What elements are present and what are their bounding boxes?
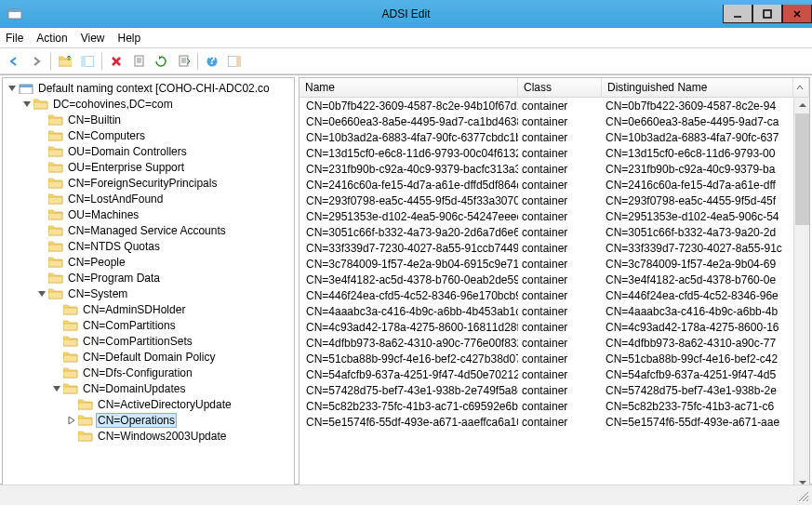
list-row[interactable]: CN=2416c60a-fe15-4d7a-a61e-dffd5df864d3c… <box>300 177 809 193</box>
column-dn[interactable]: Distinguished Name <box>602 78 793 97</box>
scroll-up-icon[interactable] <box>795 98 809 113</box>
maximize-button[interactable] <box>752 5 782 23</box>
folder-icon <box>48 193 63 205</box>
list-row[interactable]: CN=5c82b233-75fc-41b3-ac71-c69592e6bf15c… <box>300 398 809 414</box>
resize-grip-icon[interactable] <box>797 490 810 503</box>
twisty-open-icon[interactable] <box>21 99 32 109</box>
list-row[interactable]: CN=3051c66f-b332-4a73-9a20-2d6a7d6e6a1cc… <box>300 224 809 240</box>
row-class: container <box>518 368 602 381</box>
tree-item[interactable]: CN=LostAndFound <box>3 191 294 206</box>
up-button[interactable] <box>55 51 75 72</box>
menu-view[interactable]: View <box>81 32 105 45</box>
list-row[interactable]: CN=2951353e-d102-4ea5-906c-54247eeec741c… <box>300 208 809 224</box>
twisty-closed-icon[interactable] <box>66 415 76 425</box>
list-row[interactable]: CN=57428d75-bef7-43e1-938b-2e749f5a8d56c… <box>300 382 809 398</box>
tree-item[interactable]: DC=cohovines,DC=com <box>3 96 294 112</box>
minimize-button[interactable] <box>723 5 752 23</box>
action-pane-button[interactable] <box>224 51 245 72</box>
tree-item[interactable]: CN=DomainUpdates <box>3 380 294 396</box>
show-hide-tree-button[interactable] <box>77 51 98 72</box>
tree-item[interactable]: CN=ForeignSecurityPrincipals <box>3 175 294 191</box>
title-bar: ADSI Edit <box>0 0 812 28</box>
row-name: CN=446f24ea-cfd5-4c52-8346-96e170bcb912 <box>306 289 518 302</box>
list-row[interactable]: CN=13d15cf0-e6c8-11d6-9793-00c04f613221c… <box>300 145 809 161</box>
list-row[interactable]: CN=4dfbb973-8a62-4310-a90c-776e00f83222c… <box>300 335 809 351</box>
help-button[interactable] <box>202 51 222 72</box>
tree-item[interactable]: CN=Managed Service Accounts <box>3 222 294 238</box>
list-row[interactable]: CN=3c784009-1f57-4e2a-9b04-6915c9e71961c… <box>300 256 809 272</box>
list-row[interactable]: CN=10b3ad2a-6883-4fa7-90fc-6377cbdc1b26c… <box>300 129 809 145</box>
row-dn: CN=0b7fb422-3609-4587-8c2e-94 <box>602 100 809 113</box>
tree-item[interactable]: CN=People <box>3 254 294 270</box>
tree-item[interactable]: CN=Program Data <box>3 270 294 286</box>
list-row[interactable]: CN=0b7fb422-3609-4587-8c2e-94b10f67d1bfc… <box>300 98 809 113</box>
row-dn: CN=4dfbb973-8a62-4310-a90c-77 <box>602 337 809 350</box>
list-row[interactable]: CN=5e1574f6-55df-493e-a671-aaeffca6a100c… <box>300 414 809 430</box>
list-row[interactable]: CN=0e660ea3-8a5e-4495-9ad7-ca1bd4638f9ec… <box>300 113 809 129</box>
status-bar <box>0 485 812 505</box>
list-vertical-scrollbar[interactable] <box>793 98 809 490</box>
list-row[interactable]: CN=33f339d7-7230-4027-8a55-91ccb7449391c… <box>300 240 809 256</box>
column-name[interactable]: Name <box>300 78 518 97</box>
menu-help[interactable]: Help <box>118 32 141 45</box>
tree-item[interactable]: OU=Domain Controllers <box>3 143 294 159</box>
properties-button[interactable] <box>128 51 149 72</box>
row-dn: CN=293f0798-ea5c-4455-9f5d-45f <box>602 194 809 207</box>
tree-item[interactable]: CN=Windows2003Update <box>3 428 294 444</box>
row-class: container <box>518 131 602 144</box>
tree-item[interactable]: CN=Operations <box>3 412 294 428</box>
tree-item[interactable]: CN=Dfs-Configuration <box>3 365 294 380</box>
tree-item[interactable]: OU=Machines <box>3 206 294 222</box>
twisty-open-icon[interactable] <box>7 83 17 93</box>
tree-item[interactable]: CN=NTDS Quotas <box>3 238 294 254</box>
tree-item[interactable]: CN=ComPartitions <box>3 317 294 333</box>
list-row[interactable]: CN=4aaabc3a-c416-4b9c-a6bb-4b453ab1c1f0c… <box>300 303 809 319</box>
export-button[interactable] <box>173 51 193 72</box>
tree-item-label: OU=Machines <box>66 208 140 221</box>
tree-item[interactable]: CN=System <box>3 286 294 301</box>
tree-item-label: CN=ComPartitionSets <box>81 335 194 348</box>
list-row[interactable]: CN=446f24ea-cfd5-4c52-8346-96e170bcb912c… <box>300 287 809 303</box>
tree-item[interactable]: CN=ActiveDirectoryUpdate <box>3 396 294 412</box>
list-row[interactable]: CN=54afcfb9-637a-4251-9f47-4d50e7021211c… <box>300 366 809 382</box>
menu-action[interactable]: Action <box>36 32 67 45</box>
refresh-button[interactable] <box>151 51 171 72</box>
row-class: container <box>518 321 602 334</box>
row-dn: CN=51cba88b-99cf-4e16-bef2-c42 <box>602 352 809 365</box>
scrollbar-thumb[interactable] <box>795 113 809 225</box>
row-name: CN=2416c60a-fe15-4d7a-a61e-dffd5df864d3 <box>306 179 518 192</box>
list-row[interactable]: CN=51cba88b-99cf-4e16-bef2-c427b38d0767c… <box>300 351 809 366</box>
close-button[interactable] <box>782 5 812 23</box>
row-class: container <box>518 400 602 413</box>
tree-item-label: CN=LostAndFound <box>66 193 165 206</box>
list-row[interactable]: CN=4c93ad42-178a-4275-8600-16811d28f3aac… <box>300 319 809 335</box>
list-row[interactable]: CN=293f0798-ea5c-4455-9f5d-45f33a30703bc… <box>300 193 809 208</box>
folder-icon <box>78 430 93 442</box>
tree-item[interactable]: Default naming context [COHO-CHI-ADC02.c… <box>3 80 294 96</box>
tree-item[interactable]: OU=Enterprise Support <box>3 159 294 175</box>
back-button[interactable] <box>4 51 24 72</box>
list-body[interactable]: CN=0b7fb422-3609-4587-8c2e-94b10f67d1bfc… <box>300 98 809 490</box>
tree-item[interactable]: CN=Builtin <box>3 112 294 127</box>
list-row[interactable]: CN=3e4f4182-ac5d-4378-b760-0eab2de593e2c… <box>300 272 809 287</box>
main-area: Default naming context [COHO-CHI-ADC02.c… <box>0 74 812 485</box>
tree-item[interactable]: CN=ComPartitionSets <box>3 333 294 349</box>
row-name: CN=13d15cf0-e6c8-11d6-9793-00c04f613221 <box>306 147 518 160</box>
column-overflow[interactable] <box>793 78 809 97</box>
forward-button[interactable] <box>26 51 47 72</box>
list-row[interactable]: CN=231fb90b-c92a-40c9-9379-bacfc313a3e3c… <box>300 161 809 177</box>
delete-button[interactable] <box>106 51 126 72</box>
tree-item[interactable]: CN=AdminSDHolder <box>3 301 294 317</box>
row-dn: CN=0e660ea3-8a5e-4495-9ad7-ca <box>602 115 809 128</box>
menu-file[interactable]: File <box>6 32 23 45</box>
tree-item-label: CN=Computers <box>66 129 147 142</box>
twisty-open-icon[interactable] <box>51 383 61 393</box>
svg-rect-7 <box>81 56 86 67</box>
folder-icon <box>48 129 63 141</box>
twisty-open-icon[interactable] <box>36 288 47 299</box>
column-class[interactable]: Class <box>518 78 602 97</box>
tree-item[interactable]: CN=Computers <box>3 127 294 143</box>
tree-item-label: CN=Windows2003Update <box>96 430 228 443</box>
row-class: container <box>518 147 602 160</box>
tree-item[interactable]: CN=Default Domain Policy <box>3 349 294 365</box>
